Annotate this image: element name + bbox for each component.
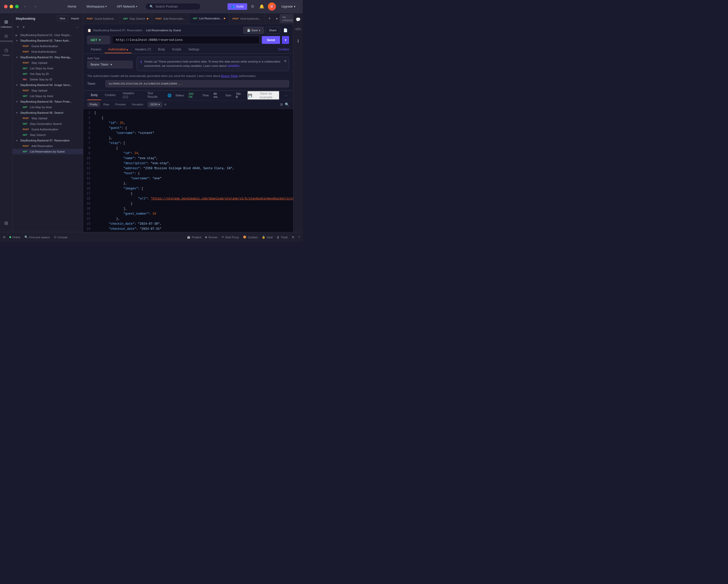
- breadcrumb-collection-link[interactable]: StayBooking Backend 07. Reservation: [93, 29, 142, 32]
- headers-tab[interactable]: Headers (7): [131, 46, 154, 53]
- start-proxy-button[interactable]: ⟳ Start Proxy: [222, 236, 239, 239]
- postbot-button[interactable]: 🤖 Postbot: [187, 236, 201, 239]
- add-tab-button[interactable]: +: [265, 13, 274, 24]
- traffic-light-red[interactable]: [4, 5, 7, 8]
- request-item-col3-2[interactable]: GET List Stays by Host: [12, 65, 83, 71]
- find-replace-button[interactable]: 🔍 Find and replace: [24, 236, 50, 239]
- request-item-col7-2[interactable]: GET List Reservations by Guest: [12, 149, 83, 154]
- right-sidebar-code-button[interactable]: </>: [293, 25, 303, 33]
- online-status[interactable]: Online: [9, 236, 21, 239]
- response-more-button[interactable]: ···: [283, 92, 289, 99]
- invite-button[interactable]: 👥 Invite: [228, 3, 247, 10]
- request-item-col3-4[interactable]: DEL Delete Stay by ID: [12, 77, 83, 82]
- bearer-link[interactable]: Bearer Token: [221, 74, 238, 77]
- request-item-col6-1[interactable]: POST Stay Upload: [12, 115, 83, 121]
- more-tabs-button[interactable]: ▾: [274, 13, 280, 24]
- test-results-resp-tab[interactable]: Test Results: [144, 90, 167, 100]
- collection-item-3[interactable]: ▼ StayBooking Backend 03. Stay Manag...: [12, 54, 83, 60]
- notifications-button[interactable]: 🔔: [258, 2, 266, 10]
- request-item-col2-1[interactable]: POST Guest Authentication: [12, 43, 83, 49]
- avatar[interactable]: 🎯: [268, 2, 276, 10]
- collection-item-5[interactable]: ▼ StayBooking Backend 05. Token Prote...: [12, 99, 83, 104]
- help-button[interactable]: ?: [298, 236, 300, 239]
- params-tab[interactable]: Params: [87, 46, 105, 53]
- nav-workspaces[interactable]: Workspaces ▾: [84, 3, 109, 9]
- send-button[interactable]: Send: [262, 36, 280, 44]
- request-item-col4-2[interactable]: GET List Stays by Host: [12, 93, 83, 99]
- visualize-tab[interactable]: Visualize: [129, 102, 146, 107]
- tab-1[interactable]: POST Guest Authenti...: [83, 13, 120, 24]
- sidebar-item-other[interactable]: ⊞: [1, 218, 12, 228]
- collection-item-2[interactable]: ▼ StayBooking Backend 02. Token Auth...: [12, 38, 83, 43]
- sidebar-item-collections[interactable]: ⊞ Collections: [1, 17, 12, 30]
- cookies-bottom-button[interactable]: 🍪 Cookies: [243, 236, 258, 239]
- collection-item-6[interactable]: ▼ StayBooking Backend 06. Search: [12, 110, 83, 115]
- more-collections-button[interactable]: ···: [75, 24, 80, 30]
- pretty-tab[interactable]: Pretty: [87, 102, 100, 107]
- traffic-light-yellow[interactable]: [9, 5, 13, 8]
- sidebar-item-history[interactable]: ◷ History: [1, 45, 12, 58]
- search-response-button[interactable]: 🔍: [285, 102, 289, 107]
- save-button[interactable]: 💾Save▾: [243, 27, 264, 34]
- trash-button[interactable]: 🗑 Trash: [277, 236, 288, 239]
- sort-collections-button[interactable]: ≡: [21, 24, 25, 30]
- tab-3[interactable]: POST Add Reservatio...: [152, 13, 189, 24]
- settings-button[interactable]: ⚙: [249, 2, 256, 10]
- auth-tab[interactable]: Authorization: [105, 46, 131, 53]
- right-sidebar-chat-button[interactable]: 💬: [294, 15, 303, 24]
- send-arrow-button[interactable]: ▾: [282, 36, 289, 44]
- settings-tab[interactable]: Settings: [185, 46, 203, 53]
- traffic-light-green[interactable]: [15, 5, 19, 8]
- nav-api-network[interactable]: API Network ▾: [115, 3, 139, 9]
- doc-button[interactable]: 📄: [282, 27, 289, 34]
- request-item-col6-2[interactable]: GET Stay Geolocation Search: [12, 121, 83, 127]
- request-item-col3-1[interactable]: POST Stay Upload: [12, 60, 83, 65]
- share-button[interactable]: Share: [265, 27, 280, 34]
- expand-button[interactable]: ⊞: [292, 236, 294, 239]
- layout-icon-button[interactable]: ⊞: [3, 236, 5, 239]
- headers-resp-tab[interactable]: Headers (11): [119, 90, 144, 100]
- tab-2[interactable]: GET Stay Search: [120, 13, 152, 24]
- new-button[interactable]: New: [57, 16, 68, 21]
- nav-forward-button[interactable]: →: [32, 3, 39, 10]
- url-input[interactable]: [112, 36, 260, 44]
- add-collection-button[interactable]: +: [16, 24, 20, 30]
- method-selector[interactable]: GET ▾: [87, 36, 110, 44]
- copy-response-button[interactable]: ⧉: [280, 102, 283, 107]
- save-example-button[interactable]: 💾 Save as example: [248, 91, 279, 100]
- request-item-col3-3[interactable]: GET Get Stay by ID: [12, 71, 83, 77]
- request-item-col6-3[interactable]: POST Guest Authentication: [12, 127, 83, 132]
- info-close-button[interactable]: ✕: [284, 59, 287, 63]
- collection-item-4[interactable]: ▼ StayBooking Backend 04. Image Servi...: [12, 82, 83, 88]
- import-button[interactable]: Import: [70, 16, 80, 21]
- request-item-col6-4[interactable]: GET Stay Search: [12, 132, 83, 138]
- cookies-link[interactable]: Cookies: [278, 46, 289, 53]
- raw-tab[interactable]: Raw: [101, 102, 112, 107]
- nav-back-button[interactable]: ←: [22, 3, 29, 10]
- search-bar[interactable]: 🔍 Search Postman: [145, 3, 201, 10]
- collection-item-1[interactable]: ▶ StayBooking Backend 01. User Regist...: [12, 32, 83, 38]
- info-link[interactable]: variables.: [227, 64, 240, 68]
- preview-tab[interactable]: Preview: [113, 102, 128, 107]
- body-tab[interactable]: Body: [155, 46, 168, 53]
- sort-icon-button[interactable]: ≡: [164, 102, 166, 106]
- env-selector[interactable]: No environment ▾: [280, 15, 293, 23]
- scripts-tab[interactable]: Scripts: [168, 46, 185, 53]
- request-item-col5-1[interactable]: GET List Stay by Host: [12, 104, 83, 110]
- json-format-select[interactable]: JSON ▾: [148, 102, 162, 107]
- body-resp-tab[interactable]: Body: [87, 90, 101, 100]
- request-item-col2-2[interactable]: POST Host Authentication: [12, 49, 83, 54]
- runner-button[interactable]: ▶ Runner: [205, 236, 218, 239]
- tab-4[interactable]: GET List Reservation...: [189, 13, 229, 24]
- request-item-col4-1[interactable]: POST Stay Upload: [12, 88, 83, 93]
- auth-type-select[interactable]: Bearer Token ▾: [87, 61, 133, 68]
- upgrade-button[interactable]: Upgrade ▾: [278, 3, 299, 10]
- console-button[interactable]: ⊡ Console: [54, 236, 68, 239]
- request-item-col7-1[interactable]: POST Add Reservation: [12, 143, 83, 149]
- nav-home[interactable]: Home: [66, 3, 78, 9]
- sidebar-item-environments[interactable]: ⊙ Environments: [1, 31, 12, 44]
- collection-item-7[interactable]: ▼ StayBooking Backend 07. Reservation: [12, 138, 83, 143]
- cookies-resp-tab[interactable]: Cookies: [101, 90, 119, 100]
- vault-button[interactable]: 🔒 Vault: [262, 236, 273, 239]
- tab-5[interactable]: POST Host Authentic...: [229, 13, 265, 24]
